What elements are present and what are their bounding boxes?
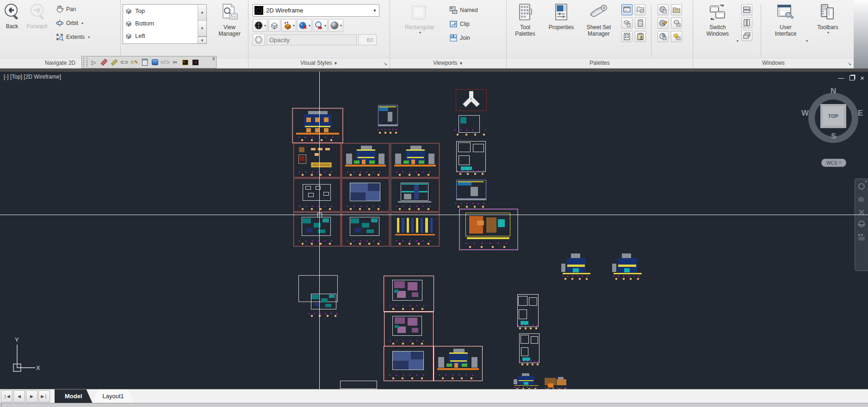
drawing-sheet-elevation-trees[interactable]	[434, 346, 482, 381]
broken-link-icon[interactable]: ⊂/⊃	[160, 57, 170, 67]
chevron-down-icon[interactable]: ▾	[827, 31, 829, 35]
clipboard-person-icon[interactable]	[635, 31, 646, 42]
chevron-down-icon[interactable]: ▾	[88, 35, 90, 39]
blue-square-icon[interactable]	[150, 57, 160, 67]
drawing-sheet-elevation[interactable]	[293, 109, 342, 142]
view-preset-bottom[interactable]: Bottom	[123, 17, 206, 30]
user-interface-button[interactable]: User Interface	[768, 2, 803, 37]
grid-panel-icon[interactable]	[621, 31, 632, 42]
xref-attach-icon[interactable]: ↖	[180, 57, 190, 67]
drawing-sheet-plan-teal[interactable]	[304, 290, 344, 317]
panel-label-visual-styles[interactable]: Visual Styles ▼	[248, 58, 390, 68]
drawing-sheet-elevation-trees[interactable]	[342, 143, 389, 177]
opacity-input[interactable]	[266, 34, 357, 45]
drawing-sheet-section-orange[interactable]	[459, 209, 518, 250]
pencil-icon[interactable]	[109, 57, 119, 67]
view-preset-left[interactable]: Left	[123, 30, 206, 42]
chevron-down-icon[interactable]: ▾	[806, 39, 808, 43]
panel-label-viewports[interactable]: Viewports ▼	[390, 58, 506, 68]
drawing-sheet-white-plan[interactable]	[453, 140, 490, 176]
navigation-bar[interactable]: ×	[855, 179, 868, 271]
minimize-icon[interactable]: —	[838, 74, 844, 81]
view-manager-button[interactable]: View Manager	[212, 2, 247, 37]
show-motion-icon[interactable]	[857, 233, 866, 241]
drawing-sheet-roof[interactable]	[342, 179, 389, 211]
restore-icon[interactable]	[849, 75, 855, 80]
wireframe-sphere-icon[interactable]: ▾	[253, 19, 267, 32]
drawing-sheet-arrow-roof[interactable]	[450, 86, 494, 138]
viewcube[interactable]: N W E S TOP	[805, 89, 862, 148]
gray-sphere-icon[interactable]: ▾	[329, 19, 343, 32]
scroll-down-icon[interactable]: ▼	[198, 21, 206, 37]
visual-style-dropdown[interactable]: 2D Wireframe ▼	[253, 4, 379, 17]
orbit-button[interactable]: Orbit ▾	[56, 18, 83, 29]
folder-list-icon[interactable]	[671, 4, 682, 15]
drawing-sheet-white-plan[interactable]	[517, 332, 543, 366]
eraser-icon[interactable]	[99, 57, 109, 67]
xref-detach-icon[interactable]: ✕	[191, 57, 200, 67]
drawing-sheet-plan-teal[interactable]	[342, 213, 389, 246]
viewcube-top-face[interactable]: TOP	[820, 104, 846, 128]
drawing-sheet-white-plan[interactable]	[515, 293, 542, 331]
toolbars-button[interactable]: Toolbars ▾	[812, 2, 843, 35]
scissors-icon[interactable]: ✂	[170, 57, 180, 67]
drawing-sheet-section-small[interactable]	[451, 178, 492, 208]
zoom-extents-icon[interactable]	[857, 208, 866, 216]
last-tab-icon[interactable]: ▶❘	[38, 390, 50, 402]
globe-pencil-icon[interactable]	[657, 18, 669, 29]
panel-launcher-icon[interactable]: ↘	[848, 61, 851, 66]
first-tab-icon[interactable]: ❘◀	[1, 390, 12, 402]
drawing-sheet-facade[interactable]	[559, 253, 594, 280]
cascade-icon[interactable]	[741, 30, 752, 41]
rectangular-viewport-button[interactable]: Rectangular ▾	[398, 2, 441, 35]
link-pencil-icon[interactable]: ⊂✎	[130, 57, 139, 67]
chevron-down-icon[interactable]: ▼	[371, 8, 379, 13]
steering-wheel-icon[interactable]	[857, 183, 866, 191]
chevron-down-icon[interactable]: ▾	[737, 39, 738, 43]
globe-list-icon[interactable]	[657, 4, 669, 15]
drawing-sheet-empty[interactable]	[340, 381, 377, 389]
drawing-sheet-section-small[interactable]	[375, 103, 402, 134]
lamp-list-icon[interactable]	[671, 18, 682, 29]
properties-button[interactable]: Properties	[544, 2, 579, 31]
toolbar-grip-handle[interactable]	[83, 58, 87, 67]
tile-horizontal-icon[interactable]	[741, 4, 752, 15]
view-preset-list[interactable]: TopBottomLeft ▲ ▼ ▼	[123, 4, 207, 44]
sun-icon[interactable]	[671, 31, 682, 42]
pie-chart-icon[interactable]	[657, 31, 669, 42]
drawing-sheet-details[interactable]	[294, 143, 341, 177]
back-button[interactable]: Back	[2, 2, 22, 30]
drawing-sheet-plan-purple[interactable]	[384, 312, 433, 346]
clip-viewport-button[interactable]: Clip	[449, 18, 470, 30]
close-icon[interactable]: ×	[860, 74, 864, 82]
wcs-menu[interactable]: WCS▽	[821, 159, 846, 167]
drawing-sheet-facade[interactable]	[610, 253, 645, 280]
colored-cube-icon[interactable]: ▾	[281, 19, 296, 32]
scroll-end-icon[interactable]: ▼	[198, 37, 206, 43]
drawing-sheet-plan-teal[interactable]	[294, 213, 341, 246]
viewcube-north[interactable]: N	[831, 86, 836, 96]
extents-button[interactable]: Extents ▾	[56, 31, 90, 43]
forward-button[interactable]: Forward	[24, 2, 50, 30]
viewport-controls-label[interactable]: [-] [Top] [2D Wireframe]	[4, 74, 61, 80]
panel-launcher-icon[interactable]: ↘	[384, 61, 387, 66]
view-list-scrollbar[interactable]: ▲ ▼ ▼	[198, 5, 206, 43]
xray-circle-icon[interactable]	[253, 34, 265, 46]
named-viewports-button[interactable]: Named	[449, 5, 478, 16]
next-tab-icon[interactable]: ▶	[26, 390, 37, 402]
chevron-down-icon[interactable]: ▾	[81, 21, 83, 25]
calculator-icon[interactable]	[635, 18, 646, 29]
orbit-icon[interactable]	[857, 221, 866, 229]
play-icon[interactable]: ▷	[89, 57, 99, 67]
box-icon[interactable]	[268, 19, 280, 32]
viewcube-west[interactable]: W	[801, 109, 809, 118]
sheet-set-manager-button[interactable]: Sheet Set Manager	[581, 2, 617, 37]
tile-vertical-icon[interactable]	[741, 17, 752, 28]
calculator-icon[interactable]	[140, 57, 149, 67]
drawing-sheet-elevation-trees[interactable]	[391, 143, 439, 177]
pan-button[interactable]: Pan	[56, 4, 76, 15]
close-icon[interactable]: x	[212, 56, 215, 61]
drawing-sheet-facade[interactable]	[512, 373, 541, 389]
tab-layout1[interactable]: Layout1	[93, 389, 134, 403]
scroll-up-icon[interactable]: ▲	[198, 5, 206, 21]
